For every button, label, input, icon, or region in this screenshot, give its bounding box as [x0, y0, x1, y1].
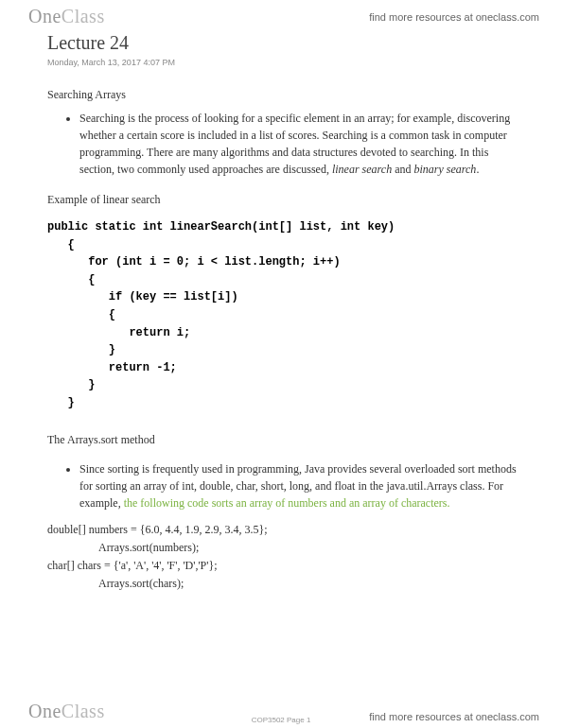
brand-logo: OneClass — [28, 6, 105, 27]
section-heading-searching: Searching Arrays — [47, 88, 524, 102]
code-block-linear-search: public static int linearSearch(int[] lis… — [47, 218, 524, 412]
example-heading: Example of linear search — [47, 193, 524, 207]
timestamp: Monday, March 13, 2017 4:07 PM — [47, 58, 524, 67]
arraysort-bullet-list: Since sorting is frequently used in prog… — [47, 460, 524, 511]
document-body: Lecture 24 Monday, March 13, 2017 4:07 P… — [47, 32, 524, 690]
code-line-1: double[] numbers = {6.0, 4.4, 1.9, 2.9, … — [47, 521, 524, 539]
code-line-2: Arrays.sort(numbers); — [47, 539, 524, 557]
bullet-text-end: . — [476, 163, 479, 176]
page-number: COP3502 Page 1 — [0, 716, 562, 724]
resources-link-top[interactable]: find more resources at oneclass.com — [369, 11, 539, 23]
searching-bullet-item: Searching is the process of looking for … — [79, 110, 524, 178]
arraysort-bullet-item: Since sorting is frequently used in prog… — [79, 460, 524, 511]
bullet-italic-linear: linear search — [332, 163, 392, 176]
bullet-text-mid: and — [392, 163, 413, 176]
arraysort-highlight: the following code sorts an array of num… — [124, 496, 450, 510]
searching-bullet-list: Searching is the process of looking for … — [47, 110, 524, 178]
logo-one: One — [28, 6, 61, 26]
code-line-4: Arrays.sort(chars); — [47, 575, 524, 593]
page-title: Lecture 24 — [47, 32, 524, 54]
header-bar: OneClass find more resources at oneclass… — [0, 0, 562, 33]
section-heading-arraysort: The Arrays.sort method — [47, 433, 524, 447]
logo-class: Class — [61, 6, 105, 26]
code-lines-sort: double[] numbers = {6.0, 4.4, 1.9, 2.9, … — [47, 521, 524, 594]
bullet-italic-binary: binary search — [413, 163, 476, 176]
code-line-3: char[] chars = {'a', 'A', '4', 'F', 'D',… — [47, 557, 524, 575]
